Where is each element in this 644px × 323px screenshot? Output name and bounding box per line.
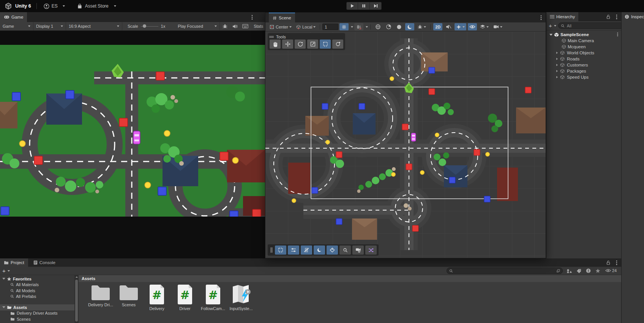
scene-visibility-toggle[interactable] <box>468 23 477 30</box>
game-panel-kebab-icon[interactable] <box>251 15 253 20</box>
favorites-root[interactable]: Favorites <box>0 276 74 282</box>
hierarchy-row[interactable]: Speed Ups <box>546 74 621 80</box>
mode-2d-toggle[interactable]: 2D <box>433 23 442 30</box>
hierarchy-kebab-icon[interactable] <box>616 14 617 19</box>
search-toggle[interactable] <box>339 245 351 255</box>
expand-caret-icon[interactable] <box>556 52 558 54</box>
grid-snap-caret-icon[interactable] <box>351 26 353 28</box>
tools-overlay-header[interactable]: Tools <box>269 34 344 40</box>
pivot-dropdown[interactable]: Center <box>268 23 293 30</box>
assets-root[interactable]: Assets <box>0 304 74 310</box>
step-button[interactable] <box>370 2 382 10</box>
scale-slider[interactable] <box>141 24 158 28</box>
drag-handle-icon[interactable] <box>270 247 273 253</box>
expand-caret-icon[interactable] <box>549 34 552 36</box>
rotate-tool-button[interactable] <box>295 40 306 49</box>
randomize-toggle[interactable] <box>365 245 377 255</box>
rect-tool-button[interactable] <box>320 40 331 49</box>
favorite-item[interactable]: All Models <box>0 288 74 294</box>
tab-project[interactable]: Project <box>0 258 28 267</box>
hierarchy-search[interactable] <box>558 22 630 29</box>
project-search[interactable] <box>447 268 563 274</box>
asset-script[interactable]: # Driver <box>171 284 199 311</box>
move-tool-button[interactable] <box>282 40 293 49</box>
project-tree-scrollbar[interactable] <box>74 275 79 323</box>
tab-inspector[interactable]: Inspector <box>622 12 644 21</box>
audio-mute-toggle[interactable] <box>444 23 453 30</box>
lighting-toggle[interactable] <box>314 245 325 255</box>
hierarchy-search-input[interactable] <box>566 23 622 28</box>
lock-icon[interactable] <box>606 14 611 19</box>
folder-item[interactable]: Scenes <box>0 316 74 322</box>
tab-scene[interactable]: Scene <box>269 13 295 22</box>
favorite-item[interactable]: All Materials <box>0 282 74 288</box>
hand-tool-button[interactable] <box>270 40 281 49</box>
asset-store-menu[interactable]: Asset Store <box>77 3 116 9</box>
grid-snap-toggle[interactable] <box>339 23 349 30</box>
favorite-item[interactable]: All Prefabs <box>0 294 74 300</box>
keyboard-icon[interactable] <box>240 22 251 30</box>
snap-settings-caret-icon[interactable] <box>366 26 368 28</box>
drag-handle-icon[interactable] <box>269 36 274 38</box>
stats-button[interactable]: Stats <box>251 22 266 30</box>
expand-caret-icon[interactable] <box>2 278 5 280</box>
scene-panel-kebab-icon[interactable] <box>540 15 542 20</box>
scene-viewport[interactable]: Tools <box>265 32 546 258</box>
search-flyout-icon[interactable] <box>556 269 560 273</box>
asset-input-actions[interactable]: InputSyste... <box>227 284 255 311</box>
search-by-type-icon[interactable] <box>567 269 572 273</box>
render-mode-toggle[interactable] <box>373 23 382 30</box>
scene-effects-toggle[interactable] <box>405 23 414 30</box>
expand-caret-icon[interactable] <box>2 306 5 308</box>
play-button[interactable] <box>346 2 358 10</box>
scene-kebab-icon[interactable] <box>617 32 618 36</box>
speaker-icon[interactable] <box>230 22 240 30</box>
game-target-dropdown[interactable]: Game <box>0 22 33 30</box>
camera-overlay-dropdown[interactable] <box>492 23 504 30</box>
bug-icon[interactable] <box>220 22 230 30</box>
expand-caret-icon[interactable] <box>556 58 558 60</box>
expand-caret-icon[interactable] <box>556 70 558 72</box>
scene-debug-dropdown[interactable] <box>416 23 428 30</box>
hierarchy-row[interactable]: Customers <box>546 62 621 68</box>
camera-settings-toggle[interactable] <box>352 245 364 255</box>
display-dropdown[interactable]: Display 1 <box>33 22 66 30</box>
view-options-toggle[interactable] <box>288 245 299 255</box>
project-kebab-icon[interactable] <box>616 260 617 265</box>
hierarchy-row[interactable]: Packages <box>546 68 621 74</box>
aspect-dropdown[interactable]: 16:9 Aspect <box>66 22 122 30</box>
asset-script[interactable]: # FollowCam... <box>199 284 227 311</box>
log-warning-icon[interactable] <box>586 268 591 273</box>
scene-lighting-toggle[interactable] <box>384 23 393 30</box>
scene-audio-toggle[interactable] <box>395 23 404 30</box>
create-asset-button[interactable]: + <box>2 269 10 273</box>
scale-tool-button[interactable] <box>307 40 318 49</box>
snap-increment-field[interactable]: 1 <box>322 24 338 30</box>
effects-dropdown[interactable] <box>455 23 466 30</box>
asset-folder[interactable]: Delivery Dri... <box>87 284 114 307</box>
layers-dropdown[interactable] <box>478 23 490 30</box>
scrollbar-thumb[interactable] <box>75 280 78 321</box>
expand-caret-icon[interactable] <box>556 64 558 66</box>
fx-toggle[interactable] <box>327 245 338 255</box>
snap-settings-toggle[interactable] <box>354 23 363 30</box>
tab-hierarchy[interactable]: Hierarchy <box>546 12 578 21</box>
scale-slider-knob[interactable] <box>143 24 146 28</box>
project-search-input[interactable] <box>455 268 555 274</box>
expand-caret-icon[interactable] <box>556 76 558 78</box>
grid-visibility-toggle[interactable] <box>301 245 312 255</box>
hierarchy-row[interactable]: Mcqueen <box>546 44 621 50</box>
asset-folder[interactable]: Scenes <box>115 284 142 307</box>
hierarchy-row[interactable]: Roads <box>546 56 621 62</box>
hierarchy-row[interactable]: Main Camera <box>546 38 621 44</box>
search-by-label-icon[interactable] <box>576 269 581 273</box>
orientation-dropdown[interactable]: Local <box>295 23 317 30</box>
favorites-star-icon[interactable] <box>595 268 600 273</box>
hierarchy-row[interactable]: World Objects <box>546 50 621 56</box>
assets-breadcrumb[interactable]: Assets <box>79 275 621 282</box>
create-object-button[interactable]: + <box>549 24 556 28</box>
visible-count[interactable]: 24 <box>605 268 617 273</box>
custom-tools-button[interactable] <box>332 40 343 49</box>
play-focused-dropdown[interactable]: Play Focused <box>175 22 220 30</box>
scroll-up-icon[interactable] <box>76 276 78 278</box>
